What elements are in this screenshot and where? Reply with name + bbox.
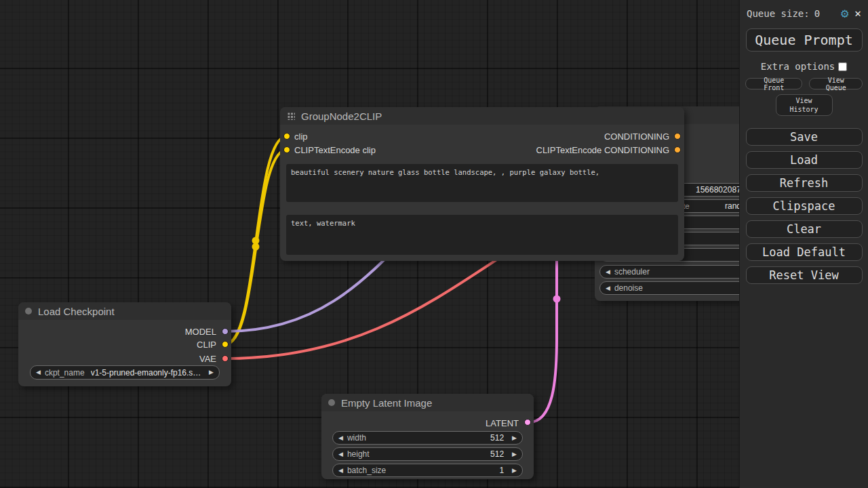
extra-options-checkbox[interactable] bbox=[838, 62, 847, 71]
input-port-cliptextencode-clip[interactable] bbox=[283, 146, 290, 153]
output-label-conditioning: CONDITIONING bbox=[604, 131, 669, 142]
output-label-latent: LATENT bbox=[486, 418, 519, 428]
view-history-line1: View bbox=[795, 96, 812, 105]
view-history-button[interactable]: View History bbox=[776, 94, 833, 116]
output-label-vae: VAE bbox=[199, 354, 216, 364]
node-title: GroupNode2CLIP bbox=[301, 110, 382, 122]
prev-value-icon[interactable]: ◀ bbox=[36, 369, 41, 375]
node-group-clip[interactable]: GroupNode2CLIP clip CLIPTextEncode clip … bbox=[280, 107, 684, 261]
comfy-menu: Queue size: 0 ⚙ ✕ Queue Prompt Extra opt… bbox=[739, 0, 868, 488]
view-queue-button[interactable]: View Queue bbox=[809, 78, 863, 89]
increment-icon[interactable]: ▶ bbox=[512, 468, 517, 474]
width-value: 512 bbox=[490, 433, 504, 443]
load-button[interactable]: Load bbox=[746, 151, 863, 169]
output-port-vae[interactable] bbox=[222, 355, 229, 362]
view-history-line2: History bbox=[789, 105, 818, 114]
refresh-button[interactable]: Refresh bbox=[746, 174, 863, 192]
decrement-icon[interactable]: ◀ bbox=[338, 468, 343, 474]
decrement-icon[interactable]: ◀ bbox=[338, 451, 343, 458]
clipspace-button[interactable]: Clipspace bbox=[746, 197, 863, 215]
scheduler-label: scheduler bbox=[614, 267, 650, 277]
batch-size-label: batch_size bbox=[347, 466, 499, 475]
increment-icon[interactable]: ▶ bbox=[512, 451, 517, 458]
collapse-dot-icon[interactable] bbox=[25, 308, 32, 314]
output-port-latent[interactable] bbox=[524, 419, 531, 426]
decrement-icon[interactable]: ◀ bbox=[338, 435, 343, 441]
node-empty-latent[interactable]: Empty Latent Image LATENT ◀ width 512 ▶ … bbox=[321, 394, 534, 479]
output-port-model[interactable] bbox=[222, 328, 229, 335]
queue-prompt-button[interactable]: Queue Prompt bbox=[746, 28, 863, 52]
close-icon[interactable]: ✕ bbox=[854, 8, 861, 19]
decrement-icon[interactable]: ◀ bbox=[606, 285, 610, 291]
ksampler-denoise-widget[interactable]: ◀ denoise bbox=[599, 281, 762, 295]
input-label-clip: clip bbox=[294, 131, 308, 142]
queue-size-value: 0 bbox=[814, 8, 820, 19]
ksampler-scheduler-widget[interactable]: ◀ scheduler bbox=[599, 265, 762, 279]
node-latent-titlebar[interactable]: Empty Latent Image bbox=[321, 394, 534, 411]
extra-options-label: Extra options bbox=[761, 61, 835, 72]
denoise-label: denoise bbox=[614, 283, 643, 293]
node-group-titlebar[interactable]: GroupNode2CLIP bbox=[280, 107, 684, 125]
positive-prompt-textarea[interactable]: beautiful scenery nature glass bottle la… bbox=[286, 164, 678, 202]
save-button[interactable]: Save bbox=[746, 128, 863, 146]
input-port-clip[interactable] bbox=[283, 133, 290, 140]
height-label: height bbox=[347, 449, 490, 459]
width-label: width bbox=[347, 433, 490, 443]
drag-handle-icon[interactable] bbox=[287, 112, 295, 120]
ckpt-name-widget[interactable]: ◀ ckpt_name v1-5-pruned-emaonly-fp16.s… … bbox=[30, 365, 220, 380]
height-value: 512 bbox=[490, 449, 504, 459]
output-label-cliptextencode-conditioning: CLIPTextEncode CONDITIONING bbox=[536, 145, 670, 155]
input-label-cliptextencode-clip: CLIPTextEncode clip bbox=[294, 145, 376, 155]
batch-size-widget[interactable]: ◀ batch_size 1 ▶ bbox=[332, 464, 523, 477]
collapse-dot-icon[interactable] bbox=[328, 399, 335, 406]
load-default-button[interactable]: Load Default bbox=[746, 243, 863, 261]
output-port-cliptextencode-conditioning[interactable] bbox=[674, 146, 681, 153]
height-widget[interactable]: ◀ height 512 ▶ bbox=[332, 447, 523, 461]
node-checkpoint-titlebar[interactable]: Load Checkpoint bbox=[18, 302, 231, 320]
ckpt-name-value: v1-5-pruned-emaonly-fp16.s… bbox=[91, 368, 209, 378]
batch-size-value: 1 bbox=[499, 466, 504, 475]
queue-size-label: Queue size: bbox=[747, 8, 810, 19]
node-title: Empty Latent Image bbox=[341, 397, 432, 409]
output-label-clip: CLIP bbox=[197, 340, 216, 350]
decrement-icon[interactable]: ◀ bbox=[606, 269, 610, 275]
width-widget[interactable]: ◀ width 512 ▶ bbox=[332, 431, 523, 445]
reset-view-button[interactable]: Reset View bbox=[746, 266, 863, 284]
ckpt-name-label: ckpt_name bbox=[45, 368, 85, 378]
output-port-conditioning[interactable] bbox=[674, 133, 681, 140]
clear-button[interactable]: Clear bbox=[746, 220, 863, 238]
queue-front-button[interactable]: Queue Front bbox=[745, 78, 802, 89]
node-title: Load Checkpoint bbox=[38, 306, 115, 317]
output-port-clip[interactable] bbox=[222, 341, 229, 348]
negative-prompt-textarea[interactable]: text, watermark bbox=[286, 215, 678, 255]
node-load-checkpoint[interactable]: Load Checkpoint MODEL CLIP VAE ◀ ckpt_na… bbox=[18, 302, 231, 386]
next-value-icon[interactable]: ▶ bbox=[209, 369, 214, 375]
output-label-model: MODEL bbox=[185, 327, 216, 337]
settings-gear-icon[interactable]: ⚙ bbox=[841, 7, 848, 20]
increment-icon[interactable]: ▶ bbox=[512, 435, 517, 441]
